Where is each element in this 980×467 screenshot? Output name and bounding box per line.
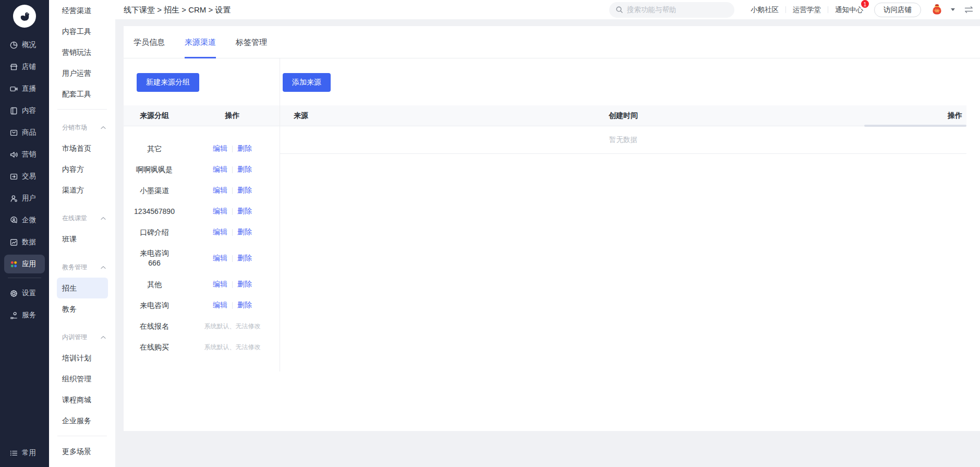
sidebar-item[interactable]: 设置 xyxy=(0,282,49,304)
sidebar-item-label: 设置 xyxy=(22,289,36,298)
sidebar-section-header[interactable]: 教务管理 xyxy=(49,257,115,278)
edit-link[interactable]: 编辑 xyxy=(213,165,227,174)
link-notification-center[interactable]: 通知中心 1 xyxy=(835,5,863,15)
delete-link[interactable]: 删除 xyxy=(237,144,252,153)
sidebar-item[interactable]: 招生 xyxy=(57,278,108,298)
avatar[interactable]: 福 xyxy=(930,3,944,17)
sidebar-item[interactable]: 内容 xyxy=(0,100,49,122)
tab[interactable]: 学员信息 xyxy=(134,26,165,58)
video-camera-icon xyxy=(9,85,18,93)
edit-link[interactable]: 编辑 xyxy=(213,280,227,289)
user-icon xyxy=(9,194,18,203)
tab[interactable]: 标签管理 xyxy=(236,26,267,58)
goose-logo-icon xyxy=(17,8,32,24)
notification-badge: 1 xyxy=(861,0,869,8)
divider xyxy=(232,255,233,262)
chevron-down-icon[interactable] xyxy=(951,8,955,11)
sidebar-item[interactable]: 企业服务 xyxy=(49,410,115,431)
sidebar-item[interactable]: 交易 xyxy=(0,165,49,187)
primary-nav-bottom: 常用 xyxy=(0,442,49,464)
sidebar-item[interactable]: 班课 xyxy=(49,229,115,249)
sidebar-item-frequent[interactable]: 常用 xyxy=(0,442,49,464)
delete-link[interactable]: 删除 xyxy=(237,301,252,310)
table-row: 1234567890编辑删除 xyxy=(124,201,280,222)
divider xyxy=(232,229,233,236)
row-actions: 编辑删除 xyxy=(185,207,280,216)
section-label: 在线课堂 xyxy=(62,208,87,229)
sidebar-item[interactable]: 内容方 xyxy=(49,159,115,179)
table-row: 小墨渠道编辑删除 xyxy=(124,180,280,201)
sidebar-item[interactable]: 教务 xyxy=(49,298,115,319)
chevron-up-icon xyxy=(101,336,106,339)
sidebar-item[interactable]: 更多场景 xyxy=(49,441,115,462)
chevron-up-icon xyxy=(101,217,106,220)
sidebar-item[interactable]: 应用 xyxy=(4,255,45,273)
sidebar-item[interactable]: 商品 xyxy=(0,122,49,143)
new-source-group-button[interactable]: 新建来源分组 xyxy=(137,73,199,92)
sidebar-item[interactable]: 营销 xyxy=(0,143,49,165)
delete-link[interactable]: 删除 xyxy=(237,186,252,195)
sidebar-item[interactable]: 直播 xyxy=(0,78,49,100)
sidebar-item[interactable]: 概况 xyxy=(0,34,49,56)
switch-account-icon[interactable] xyxy=(964,6,974,14)
delete-link[interactable]: 删除 xyxy=(237,280,252,289)
sidebar-item[interactable]: 企微 xyxy=(0,209,49,231)
delete-link[interactable]: 删除 xyxy=(237,227,252,237)
column-source: 来源 xyxy=(280,111,308,121)
sidebar-section-header[interactable]: 在线课堂 xyxy=(49,208,115,229)
delete-link[interactable]: 删除 xyxy=(237,165,252,174)
table-row: 来电咨询666编辑删除 xyxy=(124,243,280,274)
column-source-group: 来源分组 xyxy=(124,111,185,121)
edit-link[interactable]: 编辑 xyxy=(213,254,227,263)
edit-link[interactable]: 编辑 xyxy=(213,227,227,237)
sidebar-item[interactable]: 课程商城 xyxy=(49,389,115,410)
table-row: 啊啊飒飒是编辑删除 xyxy=(124,159,280,180)
divider xyxy=(232,166,233,173)
edit-link[interactable]: 编辑 xyxy=(213,207,227,216)
sidebar-item[interactable]: 组织管理 xyxy=(49,368,115,389)
tab[interactable]: 来源渠道 xyxy=(185,26,216,58)
edit-link[interactable]: 编辑 xyxy=(213,144,227,153)
sidebar-item[interactable]: 配套工具 xyxy=(49,83,115,104)
section-label: 分销市场 xyxy=(62,117,87,138)
divider xyxy=(828,6,828,13)
sidebar-item[interactable]: 用户运营 xyxy=(49,63,115,83)
sidebar-item[interactable]: 经营渠道 xyxy=(49,0,115,21)
search-input[interactable] xyxy=(627,6,728,14)
sidebar-item[interactable]: 用户 xyxy=(0,187,49,209)
sidebar-item[interactable]: 服务 xyxy=(0,304,49,326)
sidebar-item-label: 企微 xyxy=(22,215,36,225)
delete-link[interactable]: 删除 xyxy=(237,207,252,216)
search-box[interactable] xyxy=(609,2,734,18)
system-default-note: 系统默认、无法修改 xyxy=(204,343,261,352)
sidebar-item[interactable]: 营销玩法 xyxy=(49,42,115,63)
sidebar-item[interactable]: 数据 xyxy=(0,231,49,253)
sidebar-item[interactable]: 店铺 xyxy=(0,56,49,78)
visit-store-button[interactable]: 访问店铺 xyxy=(874,3,921,17)
chat-person-icon xyxy=(9,216,18,225)
topbar: 线下课堂 > 招生 > CRM > 设置 小鹅社区 运营学堂 通知中心 1 访问… xyxy=(115,0,980,19)
row-actions: 编辑删除 xyxy=(185,301,280,310)
edit-link[interactable]: 编辑 xyxy=(213,301,227,310)
breadcrumb: 线下课堂 > 招生 > CRM > 设置 xyxy=(124,0,231,19)
group-name: 来电咨询666 xyxy=(124,248,185,268)
sidebar-section-header[interactable]: 内训管理 xyxy=(49,327,115,348)
avatar-fu-character: 福 xyxy=(935,7,939,13)
notification-label: 通知中心 xyxy=(835,6,863,14)
row-actions: 系统默认、无法修改 xyxy=(185,322,280,331)
delete-link[interactable]: 删除 xyxy=(237,254,252,263)
sidebar-item-label: 常用 xyxy=(22,448,36,458)
sidebar-item[interactable]: 培训计划 xyxy=(49,348,115,368)
storefront-icon xyxy=(9,63,18,71)
link-community[interactable]: 小鹅社区 xyxy=(751,5,779,15)
sidebar-item[interactable]: 市场首页 xyxy=(49,138,115,159)
sidebar-item[interactable]: 内容工具 xyxy=(49,21,115,42)
brand-logo[interactable] xyxy=(13,5,36,28)
column-actions: 操作 xyxy=(948,111,962,121)
sidebar-section-header[interactable]: 分销市场 xyxy=(49,117,115,138)
add-source-button[interactable]: 添加来源 xyxy=(283,73,331,92)
table-row: 口碑介绍编辑删除 xyxy=(124,222,280,243)
edit-link[interactable]: 编辑 xyxy=(213,186,227,195)
sidebar-item[interactable]: 渠道方 xyxy=(49,179,115,200)
link-college[interactable]: 运营学堂 xyxy=(793,5,821,15)
